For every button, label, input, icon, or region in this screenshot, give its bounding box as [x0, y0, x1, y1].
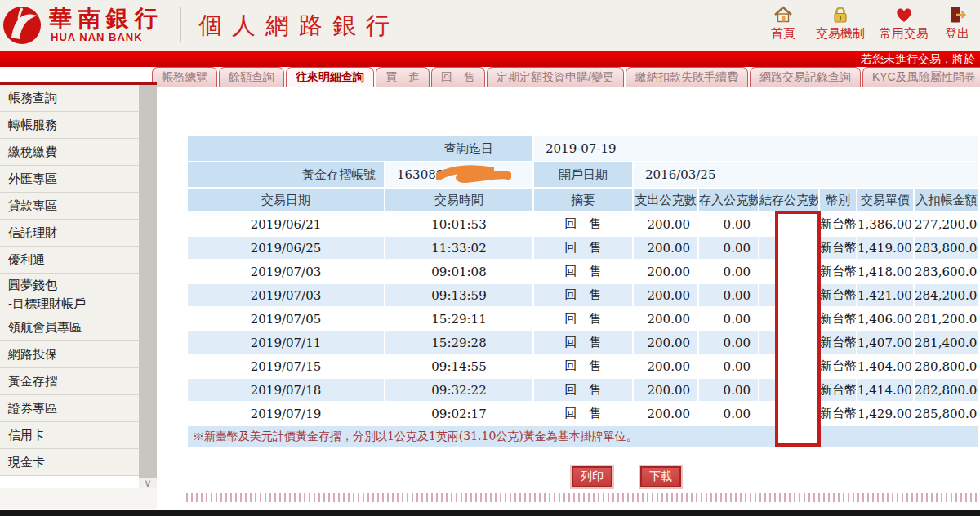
cell: 277,200.00	[915, 213, 978, 235]
cell: 1,419.00	[858, 237, 913, 259]
table-row: 2019/07/1809:32:22回 售200.000.00新台幣1,414.…	[188, 379, 978, 401]
cell: 200.00	[634, 213, 697, 235]
sidebar-item[interactable]: 現金卡	[0, 449, 139, 476]
cell: 09:14:55	[385, 355, 532, 377]
frequent-transactions-link[interactable]: 常用交易	[872, 4, 936, 42]
sidebar-item[interactable]: 繳稅繳費	[0, 139, 139, 166]
table-row: 2019/06/2511:33:02回 售200.000.00新台幣1,419.…	[188, 237, 978, 259]
sidebar-item[interactable]: 領航會員專區	[0, 314, 139, 341]
tab-5[interactable]: 回 售	[431, 67, 485, 87]
sidebar-item[interactable]: 黃金存摺	[0, 368, 139, 395]
cell: 新台幣	[820, 260, 856, 282]
cell: 1,418.00	[858, 260, 913, 282]
sidebar-item[interactable]: 信託理財	[0, 220, 139, 247]
tab-8[interactable]: 網路交易記錄查詢	[750, 67, 861, 87]
open-date-value: 2016/03/25	[634, 162, 978, 187]
cell: 200.00	[634, 403, 697, 425]
tab-4[interactable]: 買 進	[376, 67, 430, 87]
bank-name-en: HUA NAN BANK	[51, 31, 143, 43]
sidebar-item[interactable]: 優利通	[0, 247, 139, 274]
cell: 2019/07/11	[188, 331, 384, 354]
logout-link[interactable]: 登出	[936, 4, 978, 42]
cell: 回 售	[534, 331, 632, 354]
table-row: 2019/07/0309:13:59回 售200.000.00新台幣1,421.…	[188, 284, 978, 306]
account-row: 黃金存摺帳號163088開戶日期2016/03/25	[188, 162, 978, 187]
column-header: 交易時間	[385, 189, 532, 211]
cell: 回 售	[534, 379, 632, 401]
cell: 200.00	[634, 260, 697, 282]
footnote-row: ※新臺幣及美元計價黃金存摺，分別以1公克及1英兩(31.10公克)黃金為基本掛牌…	[188, 426, 978, 447]
cell: 1,386.00	[858, 213, 913, 235]
cell: 2019/07/19	[188, 403, 384, 425]
cell: 282,800.00	[915, 379, 978, 401]
cell: 回 售	[534, 355, 632, 377]
cell: 回 售	[534, 213, 632, 235]
cell: 0.00	[699, 403, 758, 425]
sidebar-horizontal-scrollbar: ›	[0, 488, 157, 509]
cell: 2019/07/03	[188, 260, 384, 282]
tab-7[interactable]: 繳納扣款失敗手續費	[626, 67, 748, 87]
cell: 09:01:08	[385, 260, 532, 282]
bank-logo-icon	[2, 5, 42, 46]
cell: 200.00	[634, 379, 697, 401]
sidebar-item[interactable]: 圓夢錢包 -目標理財帳戶	[0, 274, 139, 314]
tab-3[interactable]: 往來明細查詢	[286, 67, 374, 87]
cell: 2019/07/18	[188, 379, 384, 401]
table-row: 2019/07/1115:29:28回 售200.000.00新台幣1,407.…	[188, 331, 978, 354]
column-header: 入扣帳金額	[915, 189, 978, 211]
account-number-value: 163088	[385, 162, 532, 187]
query-date-value: 2019-07-19	[534, 136, 978, 161]
cell: 10:01:53	[385, 213, 532, 235]
cell: 1,404.00	[858, 355, 913, 377]
sidebar-item[interactable]: 外匯專區	[0, 166, 139, 193]
cell: 回 售	[534, 308, 632, 330]
gold-passbook-detail-table: 查詢迄日2019-07-19黃金存摺帳號163088開戶日期2016/03/25…	[186, 135, 980, 449]
cell: 200.00	[634, 237, 697, 259]
cell: 200.00	[634, 331, 697, 354]
download-button[interactable]: 下載	[640, 466, 681, 487]
cell: 2019/07/03	[188, 284, 384, 306]
window-bottom-bar	[0, 510, 980, 516]
cell: 新台幣	[820, 284, 856, 306]
column-header: 摘要	[534, 189, 632, 211]
heart-icon	[894, 5, 914, 24]
cell: 新台幣	[820, 331, 856, 354]
cell: 1,421.00	[858, 284, 913, 306]
sidebar-item[interactable]: 轉帳服務	[0, 112, 139, 139]
session-notice-bar: 若您未進行交易，將於	[0, 51, 980, 67]
tab-1[interactable]: 帳務總覽	[152, 67, 217, 87]
cell: 283,800.00	[915, 237, 978, 259]
tab-6[interactable]: 定期定額投資申購/變更	[487, 67, 624, 87]
table-row: 2019/06/2110:01:53回 售200.000.00新台幣1,386.…	[188, 213, 978, 235]
tab-2[interactable]: 餘額查詢	[219, 67, 284, 87]
transaction-mechanism-link[interactable]: 交易機制	[808, 4, 872, 42]
print-button[interactable]: 列印	[572, 466, 612, 487]
sidebar-item[interactable]: 信用卡	[0, 422, 139, 449]
table-row: 2019/07/1509:14:55回 售200.000.00新台幣1,404.…	[188, 355, 978, 377]
query-date-row: 查詢迄日2019-07-19	[188, 136, 978, 161]
cell: 0.00	[699, 213, 758, 235]
header-divider	[180, 7, 181, 42]
dashed-separator	[186, 493, 980, 502]
tab-9[interactable]: KYC及風險屬性問卷	[862, 67, 980, 87]
cell: 0.00	[699, 284, 758, 306]
column-header: 交易單價	[858, 189, 913, 211]
sidebar-item[interactable]: 網路投保	[0, 341, 139, 368]
function-tabs: 帳務總覽餘額查詢往來明細查詢買 進回 售定期定額投資申購/變更繳納扣款失敗手續費…	[151, 67, 980, 87]
cell: 1,429.00	[858, 403, 913, 425]
sidebar-vertical-scrollbar[interactable]	[139, 85, 157, 478]
column-header: 幣別	[820, 189, 856, 211]
cell: 09:13:59	[385, 284, 532, 306]
cell: 2019/07/15	[188, 355, 384, 377]
sidebar-item[interactable]: 貸款專區	[0, 193, 139, 220]
cell: 0.00	[699, 379, 758, 401]
cell: 281,200.00	[915, 308, 978, 330]
cell: 11:33:02	[385, 237, 532, 259]
sidebar-item[interactable]: 帳務查詢	[0, 85, 139, 112]
cell: 281,400.00	[915, 331, 978, 354]
home-link[interactable]: 首頁	[758, 4, 808, 42]
redaction-box	[775, 211, 821, 447]
sidebar-item[interactable]: 證券專區	[0, 395, 139, 422]
cell: 新台幣	[820, 213, 856, 235]
query-date-label: 查詢迄日	[188, 136, 532, 161]
